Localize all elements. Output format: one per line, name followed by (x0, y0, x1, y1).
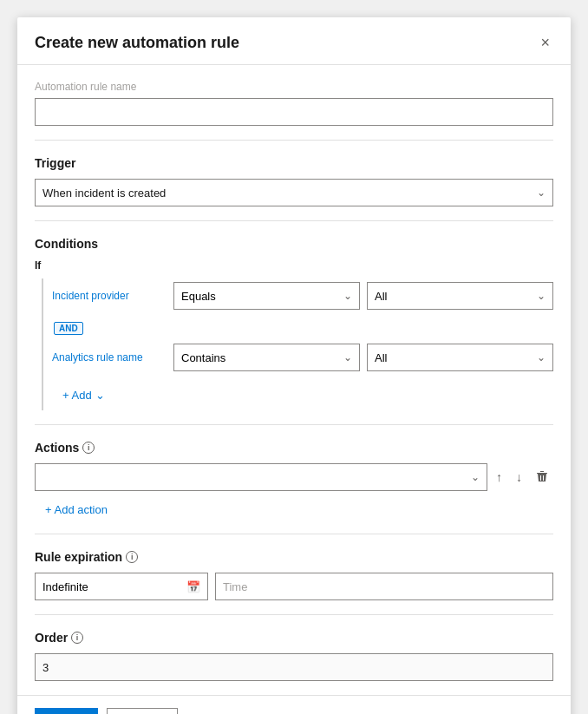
automation-rule-name-label: Automation rule name (35, 81, 553, 93)
condition-value-text-1: All (375, 290, 387, 303)
rule-expiration-row: Indefinite 📅 Time (35, 573, 553, 600)
trigger-select[interactable]: When incident is created ⌄ (35, 179, 553, 206)
create-automation-rule-dialog: Create new automation rule × Automation … (17, 17, 571, 714)
delete-icon (536, 470, 548, 485)
actions-row: ⌄ ↑ ↓ (35, 463, 553, 491)
trigger-section: Trigger When incident is created ⌄ (35, 141, 553, 221)
and-badge: AND (54, 322, 83, 335)
dialog-header: Create new automation rule × (17, 17, 571, 65)
chevron-icon-2: ⌄ (537, 290, 546, 302)
rule-expiration-time-input[interactable]: Time (215, 573, 553, 600)
condition-selects-1: Equals ⌄ All ⌄ (173, 282, 553, 310)
order-section: Order i (35, 615, 553, 695)
rule-expiration-section: Rule expiration i Indefinite 📅 Time (35, 534, 553, 615)
action-delete-button[interactable] (531, 467, 553, 488)
add-action-label: + Add action (45, 503, 108, 516)
condition-row-2: Analytics rule name Contains ⌄ All ⌄ (43, 340, 553, 375)
conditions-wrapper: Incident provider Equals ⌄ All ⌄ (42, 278, 553, 410)
apply-button[interactable]: Apply (35, 708, 98, 714)
actions-header-row: Actions i (35, 441, 553, 455)
add-action-container: + Add action (35, 500, 553, 520)
if-label: If (35, 259, 553, 272)
condition-selects-2: Contains ⌄ All ⌄ (173, 344, 553, 371)
calendar-icon: 📅 (186, 580, 200, 593)
add-action-button[interactable]: + Add action (45, 500, 108, 520)
order-info-icon[interactable]: i (71, 632, 83, 644)
dialog-body: Automation rule name Trigger When incide… (17, 65, 571, 695)
dialog-title: Create new automation rule (35, 34, 239, 52)
chevron-icon-4: ⌄ (537, 351, 546, 364)
actions-section: Actions i ⌄ ↑ ↓ (35, 425, 553, 534)
rule-expiration-date-select[interactable]: Indefinite 📅 (35, 573, 208, 600)
condition-operator-value-2: Contains (181, 351, 225, 364)
condition-row-1: Incident provider Equals ⌄ All ⌄ (43, 278, 553, 313)
order-input[interactable] (35, 653, 553, 681)
condition-value-select-1[interactable]: All ⌄ (367, 282, 553, 310)
close-button[interactable]: × (537, 31, 553, 54)
condition-field-incident-provider: Incident provider (52, 290, 173, 302)
chevron-icon-3: ⌄ (343, 351, 352, 364)
rule-expiration-title: Rule expiration (35, 550, 122, 564)
automation-rule-name-input[interactable] (35, 98, 553, 126)
condition-operator-value-1: Equals (181, 290, 216, 303)
add-condition-container: + Add ⌄ (43, 378, 553, 410)
order-header-row: Order i (35, 631, 553, 645)
condition-operator-select-1[interactable]: Equals ⌄ (173, 282, 360, 310)
condition-value-text-2: All (375, 351, 387, 364)
actions-info-icon[interactable]: i (82, 442, 95, 454)
add-condition-chevron-icon: ⌄ (95, 389, 105, 402)
rule-expiration-time-placeholder: Time (223, 580, 247, 593)
order-section-title: Order (35, 631, 68, 645)
automation-rule-name-section: Automation rule name (35, 65, 553, 141)
condition-operator-select-2[interactable]: Contains ⌄ (173, 344, 360, 371)
action-move-up-button[interactable]: ↑ (491, 467, 507, 488)
dialog-footer: Apply Cancel (17, 695, 571, 714)
condition-value-select-2[interactable]: All ⌄ (367, 344, 553, 371)
down-icon: ↓ (516, 470, 522, 484)
action-chevron-icon: ⌄ (471, 471, 480, 483)
chevron-icon-1: ⌄ (343, 290, 352, 302)
action-select[interactable]: ⌄ (35, 463, 487, 491)
rule-expiration-date-value: Indefinite (42, 580, 88, 593)
rule-expiration-info-icon[interactable]: i (126, 551, 138, 563)
trigger-chevron-icon: ⌄ (537, 187, 546, 199)
up-icon: ↑ (496, 470, 502, 484)
conditions-section: Conditions If Incident provider Equals ⌄… (35, 221, 553, 425)
add-condition-label: + Add (62, 389, 92, 402)
cancel-button[interactable]: Cancel (107, 708, 178, 714)
rule-expiration-header-row: Rule expiration i (35, 550, 553, 564)
condition-field-analytics-rule: Analytics rule name (52, 351, 173, 364)
trigger-selected-value: When incident is created (42, 187, 166, 200)
trigger-section-title: Trigger (35, 156, 553, 170)
actions-section-title: Actions (35, 441, 79, 455)
action-move-down-button[interactable]: ↓ (511, 467, 527, 488)
and-badge-container: AND (43, 317, 553, 340)
conditions-section-title: Conditions (35, 237, 553, 251)
add-condition-button[interactable]: + Add ⌄ (62, 385, 105, 405)
